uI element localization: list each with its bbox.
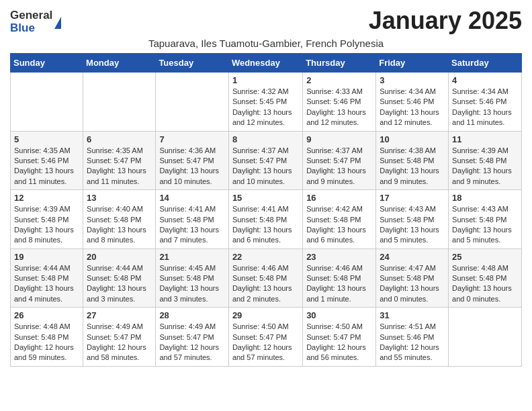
calendar-cell: 13Sunrise: 4:40 AM Sunset: 5:48 PM Dayli… [83, 190, 156, 249]
day-number: 20 [87, 252, 152, 262]
day-number: 6 [87, 134, 152, 144]
logo-triangle-icon [54, 17, 61, 29]
calendar-cell: 22Sunrise: 4:46 AM Sunset: 5:48 PM Dayli… [228, 248, 302, 308]
day-info: Sunrise: 4:45 AM Sunset: 5:48 PM Dayligh… [159, 263, 225, 305]
calendar-table: Sunday Monday Tuesday Wednesday Thursday… [10, 53, 522, 367]
day-number: 21 [159, 252, 225, 262]
calendar-cell: 24Sunrise: 4:47 AM Sunset: 5:48 PM Dayli… [376, 248, 449, 308]
day-info: Sunrise: 4:46 AM Sunset: 5:48 PM Dayligh… [306, 263, 372, 305]
calendar-cell: 26Sunrise: 4:48 AM Sunset: 5:48 PM Dayli… [11, 308, 83, 367]
day-number: 19 [14, 252, 79, 262]
header-monday: Monday [83, 54, 156, 73]
day-info: Sunrise: 4:40 AM Sunset: 5:48 PM Dayligh… [87, 204, 152, 246]
calendar-cell [11, 73, 83, 132]
calendar-cell: 17Sunrise: 4:43 AM Sunset: 5:48 PM Dayli… [376, 190, 449, 249]
day-number: 28 [159, 310, 225, 320]
day-number: 16 [306, 193, 372, 203]
day-info: Sunrise: 4:39 AM Sunset: 5:48 PM Dayligh… [452, 146, 518, 187]
day-number: 17 [380, 193, 445, 203]
logo-text: General Blue [10, 9, 52, 34]
day-number: 22 [232, 252, 299, 262]
header-friday: Friday [376, 54, 449, 73]
calendar-cell: 20Sunrise: 4:44 AM Sunset: 5:48 PM Dayli… [83, 248, 156, 308]
day-info: Sunrise: 4:42 AM Sunset: 5:48 PM Dayligh… [306, 204, 372, 246]
day-info: Sunrise: 4:33 AM Sunset: 5:46 PM Dayligh… [306, 87, 372, 128]
calendar-week-0: 1Sunrise: 4:32 AM Sunset: 5:45 PM Daylig… [11, 73, 522, 132]
day-info: Sunrise: 4:39 AM Sunset: 5:48 PM Dayligh… [14, 204, 79, 246]
day-number: 8 [232, 134, 299, 144]
day-info: Sunrise: 4:51 AM Sunset: 5:46 PM Dayligh… [380, 322, 445, 363]
day-info: Sunrise: 4:47 AM Sunset: 5:48 PM Dayligh… [380, 263, 445, 305]
calendar-cell: 16Sunrise: 4:42 AM Sunset: 5:48 PM Dayli… [303, 190, 376, 249]
calendar-week-2: 12Sunrise: 4:39 AM Sunset: 5:48 PM Dayli… [11, 190, 522, 249]
calendar-cell: 14Sunrise: 4:41 AM Sunset: 5:48 PM Dayli… [156, 190, 229, 249]
day-number: 15 [232, 193, 299, 203]
day-info: Sunrise: 4:34 AM Sunset: 5:46 PM Dayligh… [380, 87, 445, 128]
calendar-week-3: 19Sunrise: 4:44 AM Sunset: 5:48 PM Dayli… [11, 248, 522, 308]
calendar-cell: 27Sunrise: 4:49 AM Sunset: 5:47 PM Dayli… [83, 308, 156, 367]
calendar-cell: 19Sunrise: 4:44 AM Sunset: 5:48 PM Dayli… [11, 248, 83, 308]
calendar-cell: 9Sunrise: 4:37 AM Sunset: 5:47 PM Daylig… [303, 131, 376, 190]
day-info: Sunrise: 4:41 AM Sunset: 5:48 PM Dayligh… [232, 204, 299, 246]
page-header: General Blue January 2025 [10, 7, 522, 35]
day-number: 23 [306, 252, 372, 262]
calendar-cell [449, 308, 522, 367]
day-number: 24 [380, 252, 445, 262]
header-tuesday: Tuesday [156, 54, 229, 73]
day-info: Sunrise: 4:49 AM Sunset: 5:47 PM Dayligh… [159, 322, 225, 363]
header-saturday: Saturday [449, 54, 522, 73]
subtitle: Tapuarava, Iles Tuamotu-Gambier, French … [10, 38, 522, 49]
day-number: 11 [452, 134, 518, 144]
day-info: Sunrise: 4:36 AM Sunset: 5:47 PM Dayligh… [159, 146, 225, 187]
calendar-cell: 12Sunrise: 4:39 AM Sunset: 5:48 PM Dayli… [11, 190, 83, 249]
day-number: 26 [14, 310, 79, 320]
header-sunday: Sunday [11, 54, 83, 73]
day-info: Sunrise: 4:37 AM Sunset: 5:47 PM Dayligh… [306, 146, 372, 187]
day-number: 9 [306, 134, 372, 144]
calendar-body: 1Sunrise: 4:32 AM Sunset: 5:45 PM Daylig… [11, 73, 522, 367]
logo-general: General [10, 9, 52, 22]
title-block: January 2025 [369, 7, 522, 35]
calendar-cell: 10Sunrise: 4:38 AM Sunset: 5:48 PM Dayli… [376, 131, 449, 190]
day-number: 1 [232, 75, 299, 85]
day-info: Sunrise: 4:50 AM Sunset: 5:47 PM Dayligh… [232, 322, 299, 363]
calendar-cell: 28Sunrise: 4:49 AM Sunset: 5:47 PM Dayli… [156, 308, 229, 367]
day-info: Sunrise: 4:35 AM Sunset: 5:46 PM Dayligh… [14, 146, 79, 187]
calendar-cell: 8Sunrise: 4:37 AM Sunset: 5:47 PM Daylig… [228, 131, 302, 190]
day-info: Sunrise: 4:48 AM Sunset: 5:48 PM Dayligh… [14, 322, 79, 363]
day-number: 7 [159, 134, 225, 144]
header-wednesday: Wednesday [228, 54, 302, 73]
calendar-cell: 2Sunrise: 4:33 AM Sunset: 5:46 PM Daylig… [303, 73, 376, 132]
day-info: Sunrise: 4:41 AM Sunset: 5:48 PM Dayligh… [159, 204, 225, 246]
day-number: 31 [380, 310, 445, 320]
day-info: Sunrise: 4:35 AM Sunset: 5:47 PM Dayligh… [87, 146, 152, 187]
day-info: Sunrise: 4:49 AM Sunset: 5:47 PM Dayligh… [87, 322, 152, 363]
calendar-cell [83, 73, 156, 132]
calendar-cell [156, 73, 229, 132]
day-info: Sunrise: 4:44 AM Sunset: 5:48 PM Dayligh… [87, 263, 152, 305]
day-number: 30 [306, 310, 372, 320]
calendar-cell: 15Sunrise: 4:41 AM Sunset: 5:48 PM Dayli… [228, 190, 302, 249]
calendar-cell: 21Sunrise: 4:45 AM Sunset: 5:48 PM Dayli… [156, 248, 229, 308]
day-number: 14 [159, 193, 225, 203]
calendar-cell: 31Sunrise: 4:51 AM Sunset: 5:46 PM Dayli… [376, 308, 449, 367]
day-info: Sunrise: 4:32 AM Sunset: 5:45 PM Dayligh… [232, 87, 299, 128]
calendar-cell: 25Sunrise: 4:48 AM Sunset: 5:48 PM Dayli… [449, 248, 522, 308]
day-number: 10 [380, 134, 445, 144]
day-info: Sunrise: 4:48 AM Sunset: 5:48 PM Dayligh… [452, 263, 518, 305]
day-info: Sunrise: 4:38 AM Sunset: 5:48 PM Dayligh… [380, 146, 445, 187]
day-info: Sunrise: 4:43 AM Sunset: 5:48 PM Dayligh… [380, 204, 445, 246]
logo-blue: Blue [10, 22, 52, 35]
day-info: Sunrise: 4:37 AM Sunset: 5:47 PM Dayligh… [232, 146, 299, 187]
day-info: Sunrise: 4:44 AM Sunset: 5:48 PM Dayligh… [14, 263, 79, 305]
calendar-cell: 7Sunrise: 4:36 AM Sunset: 5:47 PM Daylig… [156, 131, 229, 190]
day-number: 13 [87, 193, 152, 203]
calendar-cell: 30Sunrise: 4:50 AM Sunset: 5:47 PM Dayli… [303, 308, 376, 367]
day-info: Sunrise: 4:46 AM Sunset: 5:48 PM Dayligh… [232, 263, 299, 305]
day-number: 5 [14, 134, 79, 144]
day-info: Sunrise: 4:50 AM Sunset: 5:47 PM Dayligh… [306, 322, 372, 363]
day-number: 18 [452, 193, 518, 203]
calendar-cell: 1Sunrise: 4:32 AM Sunset: 5:45 PM Daylig… [228, 73, 302, 132]
calendar-week-1: 5Sunrise: 4:35 AM Sunset: 5:46 PM Daylig… [11, 131, 522, 190]
calendar-cell: 18Sunrise: 4:43 AM Sunset: 5:48 PM Dayli… [449, 190, 522, 249]
